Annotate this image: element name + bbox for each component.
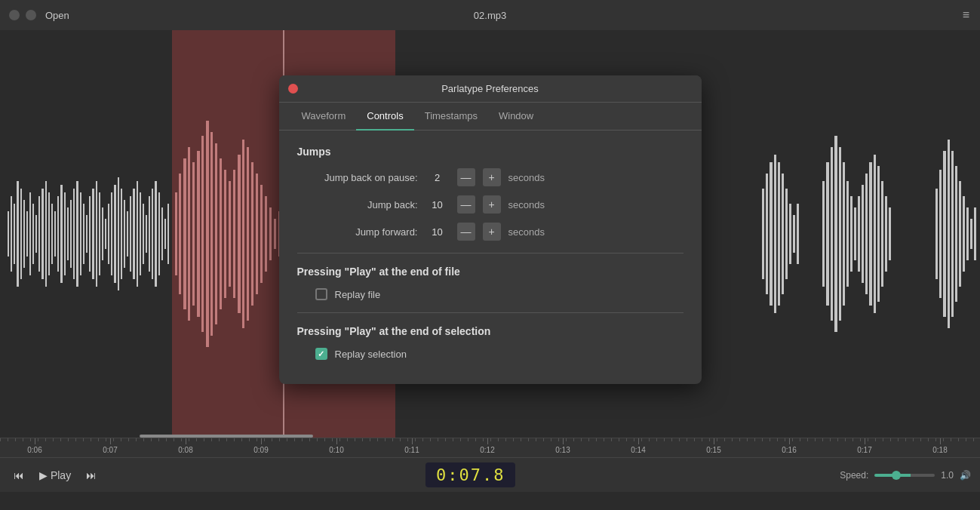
svg-rect-12: [45, 181, 47, 287]
svg-rect-25: [86, 215, 88, 253]
svg-rect-39: [130, 196, 131, 272]
svg-rect-41: [137, 181, 138, 287]
svg-rect-218: [974, 207, 976, 260]
svg-rect-10: [38, 196, 40, 272]
svg-rect-206: [885, 196, 887, 272]
svg-rect-217: [970, 219, 972, 249]
jump-back-pause-value: 2: [425, 172, 450, 183]
svg-rect-34: [114, 185, 116, 283]
svg-rect-22: [76, 181, 78, 287]
jump-back-row: Jump back: 10 — + seconds: [297, 195, 684, 214]
tab-timestamps[interactable]: Timestamps: [414, 103, 488, 131]
volume-icon[interactable]: 🔊: [960, 470, 971, 481]
svg-rect-8: [32, 204, 34, 264]
svg-rect-32: [108, 204, 109, 264]
svg-rect-208: [935, 189, 938, 279]
svg-rect-204: [877, 166, 880, 302]
svg-rect-6: [26, 211, 28, 257]
replay-selection-checkbox[interactable]: [315, 348, 327, 360]
jumps-section-title: Jumps: [297, 146, 684, 158]
playback-bar: ⏮ ▶ Play ⏭ 0:07.8 Speed: 1.0 🔊: [0, 457, 980, 492]
svg-rect-213: [955, 166, 957, 302]
dialog-title: Parlatype Preferences: [441, 83, 539, 94]
svg-rect-40: [133, 189, 135, 279]
replay-file-row: Replay file: [297, 288, 684, 300]
jump-forward-row: Jump forward: 10 — + seconds: [297, 223, 684, 241]
svg-rect-20: [70, 200, 72, 268]
dialog-content: Jumps Jump back on pause: 2 — + seconds …: [279, 131, 702, 384]
speed-control: Speed: 1.0 🔊: [840, 470, 971, 481]
replay-selection-row: Replay selection: [297, 348, 684, 360]
dialog-tabs: Waveform Controls Timestamps Window: [279, 103, 702, 131]
timeline-ticks: 0:060:070:080:090:100:110:120:130:140:15…: [0, 438, 980, 457]
svg-rect-33: [111, 192, 112, 275]
svg-rect-38: [127, 211, 128, 257]
svg-rect-190: [822, 181, 825, 287]
dialog-close-button[interactable]: [288, 84, 298, 94]
svg-rect-212: [951, 151, 954, 317]
tab-controls[interactable]: Controls: [356, 103, 413, 131]
menu-icon[interactable]: ≡: [963, 8, 969, 22]
svg-rect-0: [8, 211, 9, 257]
svg-rect-197: [850, 196, 853, 272]
svg-rect-214: [959, 181, 961, 287]
svg-rect-47: [155, 181, 157, 287]
jump-back-plus[interactable]: +: [483, 195, 501, 214]
svg-rect-19: [67, 207, 69, 260]
svg-rect-1: [11, 196, 12, 272]
svg-rect-215: [963, 196, 965, 272]
svg-rect-15: [54, 211, 56, 257]
svg-rect-28: [96, 181, 97, 287]
jump-back-pause-minus[interactable]: —: [457, 168, 475, 186]
svg-rect-13: [48, 192, 50, 275]
jump-back-pause-plus[interactable]: +: [483, 168, 501, 186]
tab-waveform[interactable]: Waveform: [291, 103, 357, 131]
svg-rect-7: [29, 192, 31, 275]
rewind-button[interactable]: ⏮: [9, 466, 29, 484]
minimize-button[interactable]: [26, 10, 36, 20]
svg-rect-44: [146, 215, 147, 253]
svg-rect-209: [939, 170, 942, 298]
jump-forward-minus[interactable]: —: [457, 223, 475, 241]
play-button[interactable]: ▶ Play: [35, 466, 75, 484]
scroll-indicator[interactable]: [140, 435, 313, 438]
svg-rect-180: [762, 189, 764, 279]
close-button[interactable]: [9, 10, 20, 20]
window-title: 02.mp3: [474, 10, 506, 21]
svg-rect-189: [797, 204, 799, 264]
svg-rect-4: [20, 189, 22, 279]
jump-forward-plus[interactable]: +: [483, 223, 501, 241]
timeline-label: 0:07: [103, 446, 117, 454]
time-display: 0:07.8: [425, 462, 515, 487]
svg-rect-21: [73, 189, 75, 279]
svg-rect-193: [834, 136, 837, 332]
pressing-play-file-title: Pressing "Play" at the end of file: [297, 266, 684, 278]
svg-rect-50: [164, 219, 166, 249]
jump-forward-seconds: seconds: [508, 226, 545, 238]
forward-button[interactable]: ⏭: [81, 466, 101, 484]
svg-rect-42: [140, 192, 141, 275]
timeline-ruler: 0:060:070:080:090:100:110:120:130:140:15…: [0, 438, 980, 457]
open-button[interactable]: Open: [45, 10, 69, 21]
speed-value: 1.0: [941, 470, 954, 481]
timeline-label: 0:13: [555, 446, 570, 454]
svg-rect-211: [948, 140, 950, 328]
timeline-label: 0:11: [404, 446, 419, 454]
svg-rect-194: [839, 147, 841, 321]
jump-back-pause-row: Jump back on pause: 2 — + seconds: [297, 168, 684, 186]
svg-rect-23: [80, 192, 81, 275]
svg-rect-207: [889, 207, 891, 260]
svg-rect-3: [17, 181, 19, 287]
replay-file-checkbox[interactable]: [315, 288, 327, 300]
svg-rect-188: [793, 215, 795, 253]
svg-rect-9: [35, 215, 37, 253]
svg-rect-184: [778, 162, 780, 306]
tab-window[interactable]: Window: [488, 103, 544, 131]
jump-forward-value: 10: [425, 226, 450, 238]
svg-rect-191: [826, 162, 829, 306]
preferences-dialog: Parlatype Preferences Waveform Controls …: [279, 75, 702, 384]
svg-rect-192: [831, 147, 833, 321]
jump-back-minus[interactable]: —: [457, 195, 475, 214]
svg-rect-45: [149, 196, 150, 272]
speed-slider[interactable]: [874, 474, 935, 477]
